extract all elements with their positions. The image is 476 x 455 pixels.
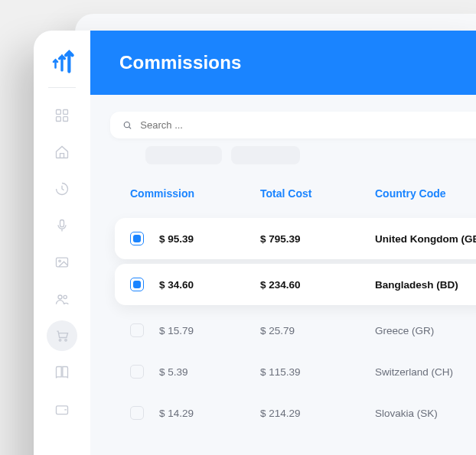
svg-rect-2 — [57, 117, 61, 122]
sidebar-item-mic[interactable] — [47, 210, 77, 241]
col-header-total-cost[interactable]: Total Cost — [260, 187, 375, 200]
placeholder-pill — [231, 146, 300, 164]
cell-commission: $ 34.60 — [159, 279, 260, 291]
cell-country: Greece (GR) — [375, 325, 476, 336]
sidebar-item-activity[interactable] — [47, 174, 77, 204]
content: Commissions Commission Total Cost Countr… — [90, 31, 476, 455]
book-icon — [54, 365, 70, 380]
clock-icon — [54, 181, 70, 197]
cell-commission: $ 14.29 — [159, 408, 260, 419]
row-checkbox[interactable] — [130, 232, 144, 245]
svg-rect-1 — [64, 110, 68, 115]
panel: Commission Total Cost Country Code $ 95.… — [90, 95, 476, 434]
search-box[interactable] — [110, 112, 476, 138]
cell-commission: $ 5.39 — [159, 366, 260, 378]
row-checkbox[interactable] — [130, 323, 144, 337]
svg-point-9 — [59, 340, 61, 342]
row-checkbox[interactable] — [130, 278, 144, 291]
svg-rect-3 — [64, 117, 68, 122]
users-icon — [54, 291, 70, 307]
table-row[interactable]: $ 34.60$ 234.60Bangladesh (BD) — [115, 264, 476, 305]
sidebar-item-book[interactable] — [47, 357, 77, 388]
svg-rect-0 — [57, 110, 61, 115]
table-row[interactable]: $ 15.79$ 25.79Greece (GR) — [110, 310, 476, 351]
svg-point-7 — [58, 295, 62, 299]
mic-icon — [54, 218, 70, 233]
logo — [48, 47, 76, 75]
sidebar-item-wallet[interactable] — [47, 394, 77, 424]
main-card: Commissions Commission Total Cost Countr… — [34, 31, 476, 455]
svg-point-8 — [64, 295, 67, 298]
cell-total-cost: $ 214.29 — [260, 408, 375, 419]
svg-rect-4 — [60, 220, 64, 227]
sidebar — [34, 31, 90, 455]
grid-icon — [54, 108, 70, 123]
cell-total-cost: $ 795.39 — [260, 233, 375, 245]
row-checkbox[interactable] — [130, 365, 144, 379]
cell-total-cost: $ 25.79 — [260, 325, 375, 336]
cell-total-cost: $ 234.60 — [260, 279, 375, 291]
search-input[interactable] — [140, 119, 476, 131]
cell-country: United Kongdom (GB) — [375, 233, 476, 245]
sidebar-item-home[interactable] — [47, 137, 77, 167]
table-row[interactable]: $ 5.39$ 115.39Switzerland (CH) — [110, 351, 476, 392]
table-row[interactable]: $ 95.39$ 795.39United Kongdom (GB) — [115, 218, 476, 259]
row-checkbox[interactable] — [130, 406, 144, 420]
svg-rect-5 — [57, 258, 68, 267]
filter-placeholders — [110, 146, 476, 164]
placeholder-pill — [145, 146, 222, 164]
cell-total-cost: $ 115.39 — [260, 366, 375, 378]
cell-country: Slovakia (SK) — [375, 408, 476, 419]
logo-icon — [49, 48, 75, 74]
cell-country: Bangladesh (BD) — [375, 279, 476, 291]
search-icon — [122, 120, 132, 131]
sidebar-item-cart[interactable] — [47, 320, 77, 351]
cart-icon — [54, 328, 70, 343]
svg-point-12 — [124, 122, 129, 127]
sidebar-divider — [48, 87, 76, 88]
wallet-icon — [54, 401, 70, 417]
cell-country: Switzerland (CH) — [375, 366, 476, 378]
cell-commission: $ 95.39 — [159, 233, 260, 245]
home-icon — [54, 145, 70, 160]
page-header: Commissions — [90, 31, 476, 95]
table-header: Commission Total Cost Country Code — [110, 187, 476, 213]
table-body: $ 95.39$ 795.39United Kongdom (GB)$ 34.6… — [110, 218, 476, 434]
cell-commission: $ 15.79 — [159, 325, 260, 336]
svg-point-6 — [59, 260, 61, 262]
sidebar-item-users[interactable] — [47, 284, 77, 314]
sidebar-item-dashboard[interactable] — [47, 100, 77, 131]
table-row[interactable]: $ 14.29$ 214.29Slovakia (SK) — [110, 392, 476, 434]
image-icon — [54, 255, 70, 270]
page-title: Commissions — [119, 52, 476, 73]
sidebar-item-image[interactable] — [47, 247, 77, 278]
col-header-country[interactable]: Country Code — [375, 187, 476, 200]
svg-point-10 — [65, 340, 67, 342]
col-header-commission[interactable]: Commission — [130, 187, 260, 200]
